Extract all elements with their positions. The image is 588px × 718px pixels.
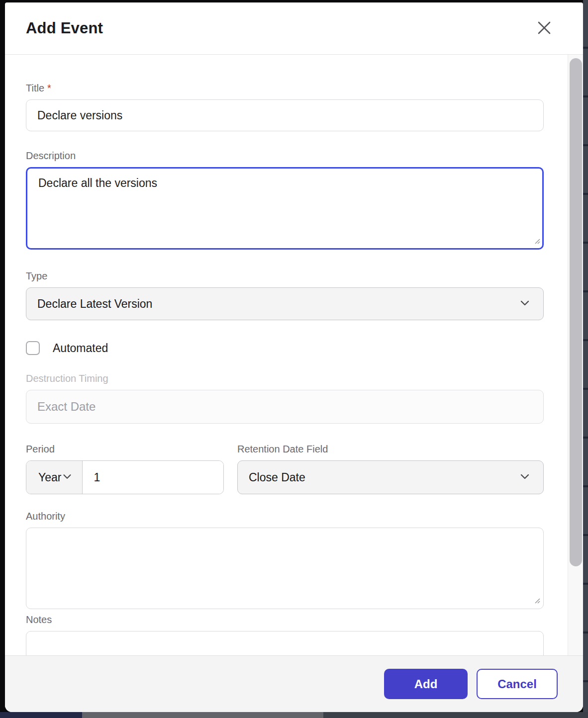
type-label: Type (26, 269, 539, 282)
chevron-down-icon (518, 296, 531, 311)
type-select[interactable]: Declare Latest Version (26, 287, 544, 320)
scrollbar-thumb[interactable] (570, 58, 582, 566)
title-label: Title* (26, 82, 539, 94)
period-field-group: Period Year (26, 443, 224, 494)
automated-label: Automated (53, 342, 108, 355)
period-label: Period (26, 443, 224, 455)
modal-body: Title* Description Type Declare Latest (5, 55, 583, 655)
close-icon (537, 20, 552, 37)
chevron-down-icon (518, 470, 531, 485)
description-field-group: Description (26, 149, 539, 250)
notes-textarea[interactable] (26, 631, 544, 655)
required-asterisk: * (47, 83, 51, 93)
backdrop-left (0, 0, 5, 718)
automated-checkbox[interactable] (26, 341, 40, 355)
destruction-timing-input (26, 390, 544, 424)
retention-date-field-label: Retention Date Field (237, 443, 544, 455)
description-label: Description (26, 149, 539, 162)
add-button[interactable]: Add (384, 669, 468, 699)
retention-date-field-value: Close Date (249, 471, 305, 484)
automated-field-group: Automated (26, 341, 539, 355)
retention-date-field-group: Retention Date Field Close Date (237, 443, 544, 494)
type-select-value: Declare Latest Version (37, 297, 152, 311)
notes-label: Notes (26, 613, 539, 626)
title-field-group: Title* (26, 82, 539, 131)
scrollbar-track[interactable] (568, 55, 583, 655)
modal-title: Add Event (26, 19, 103, 37)
close-button[interactable] (534, 18, 554, 38)
cancel-button[interactable]: Cancel (477, 669, 558, 699)
period-retention-row: Period Year Retention Date Field (26, 443, 539, 494)
retention-date-field-select[interactable]: Close Date (237, 460, 544, 494)
backdrop-right (583, 0, 588, 718)
backdrop-bottom (0, 712, 588, 718)
type-field-group: Type Declare Latest Version (26, 269, 539, 320)
add-event-modal: Add Event Title* Description (5, 2, 583, 712)
modal-footer: Add Cancel (5, 655, 583, 712)
chevron-down-icon (61, 470, 73, 484)
period-unit-value: Year (38, 471, 61, 484)
destruction-timing-label: Destruction Timing (26, 372, 539, 385)
destruction-timing-field-group: Destruction Timing (26, 372, 539, 424)
modal-header: Add Event (5, 2, 583, 55)
period-control: Year (26, 460, 224, 494)
authority-label: Authority (26, 510, 539, 523)
authority-field-group: Authority (26, 510, 539, 609)
description-textarea[interactable] (26, 167, 544, 250)
period-amount-input[interactable] (83, 461, 224, 494)
authority-textarea[interactable] (26, 528, 544, 609)
title-input[interactable] (26, 99, 544, 131)
period-unit-select[interactable]: Year (26, 461, 83, 494)
notes-field-group: Notes (26, 613, 539, 655)
